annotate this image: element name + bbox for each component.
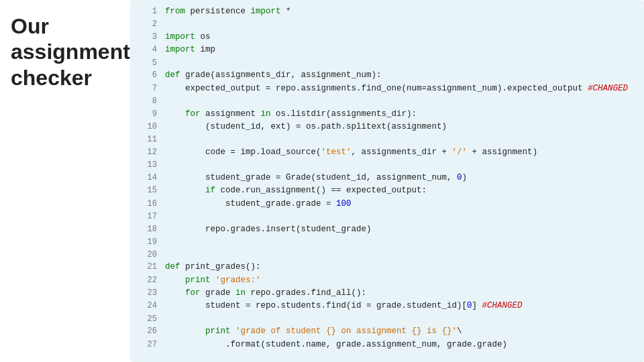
code-line: 15 if code.run_assignment() == expected_… bbox=[138, 184, 636, 197]
code-line: 17 bbox=[138, 210, 636, 223]
line-number: 17 bbox=[138, 210, 157, 223]
code-line: 13 bbox=[138, 159, 636, 172]
code-line: 1from persistence import * bbox=[138, 5, 636, 18]
line-content: student_grade = Grade(student_id, assign… bbox=[165, 172, 467, 184]
line-number: 18 bbox=[138, 223, 157, 236]
line-number: 26 bbox=[138, 325, 157, 338]
line-number: 15 bbox=[138, 184, 157, 197]
line-content: (student_id, ext) = os.path.splitext(ass… bbox=[165, 121, 447, 133]
code-line: 20 bbox=[138, 249, 636, 261]
code-line: 2 bbox=[138, 18, 636, 31]
line-content: from persistence import * bbox=[165, 5, 291, 18]
code-line: 5 bbox=[138, 57, 636, 70]
line-content: def print_grades(): bbox=[165, 261, 261, 274]
line-number: 20 bbox=[138, 249, 157, 261]
code-line: 19 bbox=[138, 236, 636, 249]
line-number: 7 bbox=[138, 82, 157, 95]
left-panel: Our assignment checker bbox=[0, 0, 130, 362]
code-line: 21def print_grades(): bbox=[138, 261, 636, 274]
code-line: 18 repo.grades.insert(student_grade) bbox=[138, 223, 636, 236]
line-number: 12 bbox=[138, 146, 157, 159]
line-content: repo.grades.insert(student_grade) bbox=[165, 223, 372, 236]
line-number: 16 bbox=[138, 198, 157, 210]
line-content: if code.run_assignment() == expected_out… bbox=[165, 184, 427, 197]
line-number: 11 bbox=[138, 133, 157, 146]
line-number: 10 bbox=[138, 121, 157, 133]
code-line: 8 bbox=[138, 95, 636, 108]
line-number: 21 bbox=[138, 261, 157, 274]
line-number: 27 bbox=[138, 339, 157, 351]
code-line: 9 for assignment in os.listdir(assignmen… bbox=[138, 108, 636, 121]
code-line: 6def grade(assignments_dir, assignment_n… bbox=[138, 69, 636, 82]
line-number: 8 bbox=[138, 95, 157, 108]
code-line: 3import os bbox=[138, 31, 636, 44]
line-content: code = imp.load_source('test', assignmen… bbox=[165, 146, 537, 159]
code-line: 22 print 'grades:' bbox=[138, 274, 636, 287]
code-line: 7 expected_output = repo.assignments.fin… bbox=[138, 82, 636, 95]
line-content: import os bbox=[165, 31, 211, 44]
line-number: 2 bbox=[138, 18, 157, 31]
line-number: 13 bbox=[138, 159, 157, 172]
line-number: 6 bbox=[138, 69, 157, 82]
line-content: expected_output = repo.assignments.find_… bbox=[165, 82, 628, 95]
code-line: 23 for grade in repo.grades.find_all(): bbox=[138, 287, 636, 300]
line-number: 22 bbox=[138, 274, 157, 287]
line-number: 9 bbox=[138, 108, 157, 121]
line-number: 25 bbox=[138, 313, 157, 326]
code-line: 16 student_grade.grade = 100 bbox=[138, 198, 636, 210]
line-number: 5 bbox=[138, 57, 157, 70]
page-title: Our assignment checker bbox=[11, 13, 130, 90]
code-line: 10 (student_id, ext) = os.path.splitext(… bbox=[138, 121, 636, 133]
line-content: print 'grade of student {} on assignment… bbox=[165, 325, 462, 338]
code-block: 1from persistence import *23import os4im… bbox=[138, 5, 636, 351]
line-number: 1 bbox=[138, 5, 157, 18]
code-line: 26 print 'grade of student {} on assignm… bbox=[138, 325, 636, 338]
code-line: 4import imp bbox=[138, 44, 636, 56]
code-line: 14 student_grade = Grade(student_id, ass… bbox=[138, 172, 636, 184]
line-content: print 'grades:' bbox=[165, 274, 261, 287]
line-content: def grade(assignments_dir, assignment_nu… bbox=[165, 69, 382, 82]
line-number: 3 bbox=[138, 31, 157, 44]
code-line: 25 bbox=[138, 313, 636, 326]
line-content: for grade in repo.grades.find_all(): bbox=[165, 287, 366, 300]
line-number: 4 bbox=[138, 44, 157, 56]
code-line: 27 .format(student.name, grade.assignmen… bbox=[138, 339, 636, 351]
line-number: 23 bbox=[138, 287, 157, 300]
line-content: .format(student.name, grade.assignment_n… bbox=[165, 339, 507, 351]
line-content: student_grade.grade = 100 bbox=[165, 198, 352, 210]
line-content: import imp bbox=[165, 44, 215, 56]
code-panel: 1from persistence import *23import os4im… bbox=[130, 0, 644, 362]
line-number: 14 bbox=[138, 172, 157, 184]
code-line: 11 bbox=[138, 133, 636, 146]
line-content: for assignment in os.listdir(assignments… bbox=[165, 108, 417, 121]
line-number: 19 bbox=[138, 236, 157, 249]
line-content: student = repo.students.find(id = grade.… bbox=[165, 300, 523, 312]
line-number: 24 bbox=[138, 300, 157, 312]
code-line: 12 code = imp.load_source('test', assign… bbox=[138, 146, 636, 159]
code-line: 24 student = repo.students.find(id = gra… bbox=[138, 300, 636, 312]
